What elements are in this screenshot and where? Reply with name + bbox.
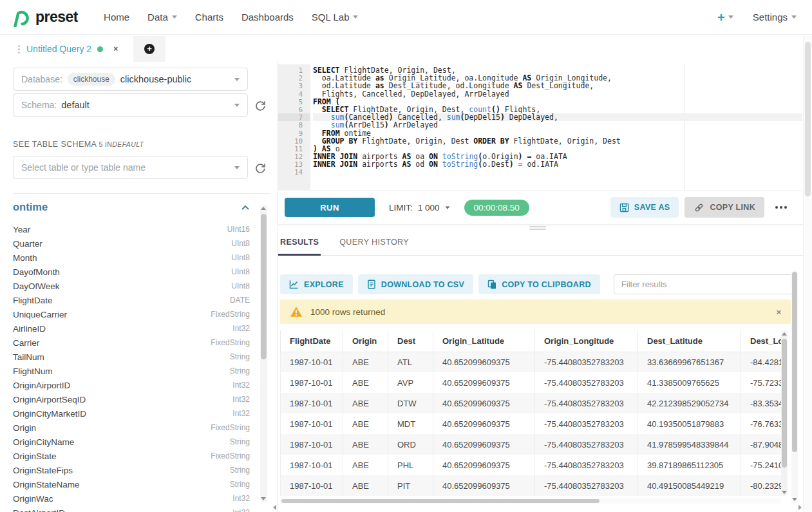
column-row: OriginCityMarketIDInt32 [13, 406, 250, 421]
explore-button[interactable]: EXPLORE [280, 274, 353, 294]
cell: PHL [388, 455, 433, 475]
refresh-tables-icon[interactable] [254, 161, 267, 174]
database-select[interactable]: Database: clickhouse clickhouse-public [13, 68, 248, 91]
filter-results-input[interactable] [614, 274, 793, 294]
results-pane-scrollbar[interactable] [791, 270, 798, 504]
cell: 1987-10-01 [281, 475, 343, 496]
table-select[interactable]: Select table or type table name [13, 156, 248, 179]
nav-item-home[interactable]: Home [95, 12, 138, 23]
tab-query-history[interactable]: QUERY HISTORY [337, 238, 411, 255]
column-row: FlightNumString [13, 364, 250, 378]
column-type: UInt16 [227, 225, 250, 234]
table-schema-header[interactable]: ontime [13, 201, 250, 213]
column-name: DayofMonth [13, 267, 60, 277]
cell: -75.72339 [741, 372, 782, 393]
tab-results[interactable]: RESULTS [278, 238, 321, 256]
column-row: OriginFixedString [13, 421, 250, 435]
nav-item-data[interactable]: Data [138, 12, 186, 23]
column-type: Int32 [232, 381, 250, 390]
run-button[interactable]: RUN [285, 198, 375, 217]
cell: -75.44080352783203 [535, 393, 638, 413]
chevron-down-icon [234, 104, 240, 107]
nav-item-label: Home [104, 12, 129, 23]
settings-menu[interactable]: Settings [753, 12, 797, 23]
cell: 42.212398529052734 [638, 393, 741, 413]
chevron-down-icon [234, 166, 240, 169]
column-row: UniqueCarrierFixedString [13, 307, 250, 321]
column-header[interactable]: Dest_Latitude [638, 330, 741, 352]
window-scrollbar[interactable] [803, 35, 812, 512]
column-header[interactable]: Dest_Longitude [741, 330, 782, 352]
sql-editor[interactable]: 1234567891011121314 SELECT FlightDate, O… [278, 64, 802, 191]
query-tabbar: Untitled Query 2 × + [0, 36, 812, 62]
new-tab-button[interactable]: + [133, 36, 165, 62]
column-name: FlightDate [13, 296, 53, 305]
scroll-left-icon[interactable] [273, 505, 276, 510]
schema-label: Schema: [21, 100, 57, 110]
cell: MDT [388, 413, 433, 434]
column-name: DayOfWeek [13, 281, 60, 291]
plus-icon: + [717, 11, 725, 24]
new-item-menu[interactable]: + [717, 11, 733, 24]
column-row: OriginStateFixedString [13, 449, 250, 463]
table-row: 1987-10-01ABEPHL40.652099609375-75.44080… [281, 455, 782, 475]
database-value: clickhouse-public [120, 74, 191, 84]
tab-untitled-query[interactable]: Untitled Query 2 × [13, 36, 133, 62]
column-name: OriginCityName [13, 437, 74, 447]
collapse-icon[interactable] [241, 204, 250, 211]
top-navbar: preset HomeDataChartsDashboardsSQL Lab +… [0, 0, 812, 35]
copy-link-button[interactable]: COPY LINK [685, 197, 764, 218]
cell: -75.44080352783203 [535, 372, 638, 393]
column-header[interactable]: Origin [343, 330, 388, 352]
chart-icon [289, 280, 299, 289]
editor-code[interactable]: SELECT FlightDate, Origin, Dest, oa.Lati… [310, 64, 802, 190]
more-options-icon[interactable] [775, 206, 787, 209]
nav-items: HomeDataChartsDashboardsSQL Lab [95, 12, 367, 23]
nav-item-charts[interactable]: Charts [186, 12, 232, 23]
nav-item-sql-lab[interactable]: SQL Lab [303, 12, 368, 23]
cell: -87.90480 [741, 434, 782, 455]
drag-handle-icon[interactable] [18, 45, 20, 53]
column-name: OriginAirportSeqID [13, 395, 86, 404]
save-as-button[interactable]: SAVE AS [610, 197, 679, 218]
column-type: String [230, 437, 250, 446]
copy-clipboard-button[interactable]: COPY TO CLIPBOARD [478, 274, 600, 294]
nav-item-dashboards[interactable]: Dashboards [232, 12, 303, 23]
column-list: YearUInt16QuarterUInt8MonthUInt8DayofMon… [13, 222, 250, 512]
line-number: 2 [278, 74, 310, 82]
limit-value: 1 000 [418, 203, 440, 213]
column-type: String [230, 466, 250, 475]
column-header[interactable]: Dest [388, 330, 433, 352]
column-name: Year [13, 225, 30, 234]
preset-logo[interactable]: preset [12, 8, 78, 27]
chevron-down-icon [445, 206, 449, 209]
column-row: DestAirportIDInt32 [13, 506, 250, 512]
limit-label: LIMIT: [389, 203, 413, 213]
tab-label: Untitled Query 2 [26, 44, 91, 54]
column-header[interactable]: FlightDate [281, 330, 343, 352]
close-alert-icon[interactable]: × [776, 307, 781, 317]
schema-value: default [61, 100, 90, 110]
table-vertical-scrollbar[interactable] [781, 330, 788, 496]
download-csv-button[interactable]: DOWNLOAD TO CSV [358, 274, 473, 294]
cell: ABE [343, 413, 388, 434]
cell: 41.3385009765625 [638, 372, 741, 393]
column-type: Int32 [232, 409, 250, 418]
schema-select[interactable]: Schema: default [13, 93, 248, 117]
close-tab-icon[interactable]: × [113, 44, 118, 53]
limit-dropdown[interactable]: LIMIT: 1 000 [389, 203, 450, 213]
column-row: OriginCityNameString [13, 435, 250, 449]
column-row: YearUInt16 [13, 222, 250, 236]
table-horizontal-scrollbar[interactable] [280, 498, 781, 504]
refresh-schema-icon[interactable] [254, 99, 267, 111]
column-header[interactable]: Origin_Latitude [433, 330, 535, 352]
results-tbody: 1987-10-01ABEATL40.652099609375-75.44080… [281, 352, 782, 496]
results-header-row: FlightDateOriginDestOrigin_LatitudeOrigi… [281, 330, 782, 352]
copy-clipboard-label: COPY TO CLIPBOARD [502, 280, 591, 289]
cell: 1987-10-01 [281, 434, 343, 455]
column-name: FlightNum [13, 366, 53, 376]
sidebar-scrollbar[interactable] [260, 205, 267, 502]
scroll-right-icon[interactable] [798, 505, 802, 510]
cell: ATL [388, 352, 433, 372]
column-header[interactable]: Origin_Longitude [535, 330, 638, 352]
